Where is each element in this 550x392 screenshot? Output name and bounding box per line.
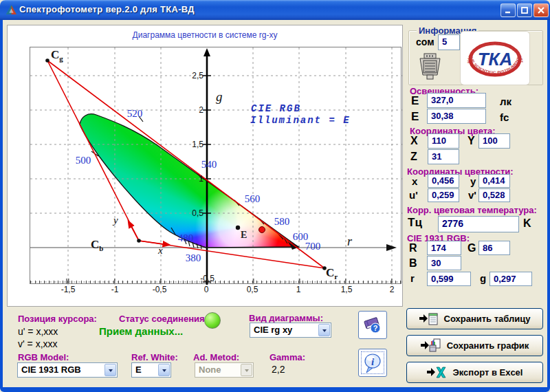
r-value-field[interactable]: 174 xyxy=(427,241,461,255)
y-tristimulus-label: Y xyxy=(468,135,475,147)
maximize-button[interactable] xyxy=(517,3,532,17)
r-axis-label: r xyxy=(347,235,353,248)
x-tick-label: 1,5 xyxy=(331,285,362,294)
illuminance-e-fc-label: E xyxy=(411,110,419,124)
ref-white-label: Ref. White: xyxy=(131,352,178,362)
x-axis-major-ticks xyxy=(30,279,402,283)
app-window: Спектрофотометр вер.2.0 для ТКА-ВД Диагр… xyxy=(0,0,550,392)
fc-unit: fc xyxy=(500,111,509,123)
x-tristimulus-label: X xyxy=(410,135,418,147)
tka-logo-image: ТКА НАУЧНО-ТЕХНИЧЕСКОЕ ПРЕДПРИЯТИЕ THE S… xyxy=(461,32,529,85)
cct-field[interactable]: 2776 xyxy=(438,216,519,232)
connection-status-label: Статус соединения: xyxy=(119,314,208,324)
cursor-position-label: Позиция курсора: xyxy=(18,314,97,324)
save-table-icon xyxy=(419,312,439,326)
u-prime-label: u' xyxy=(409,189,418,201)
ad-metod-label: Ad. Metod: xyxy=(193,352,239,362)
close-icon xyxy=(538,7,544,14)
window-border-bottom xyxy=(0,387,550,392)
y-tick-2: 2 xyxy=(199,105,204,115)
x-axis-label: x xyxy=(157,245,163,256)
app-icon xyxy=(6,4,17,16)
illuminance-lx-field[interactable]: 327,0 xyxy=(427,93,486,108)
window-border-left xyxy=(0,20,3,388)
focus-outline xyxy=(361,351,384,374)
cct-section-label: Корр. цветовая температура: xyxy=(407,205,537,215)
white-point-E xyxy=(236,226,240,230)
ref-white-select[interactable]: E xyxy=(131,362,171,378)
wavelength-380: 380 xyxy=(186,252,201,263)
vertex-cb-label: Cb xyxy=(91,238,103,252)
x-tick-label: 0 xyxy=(191,285,221,294)
y-tristimulus-field[interactable]: 100 xyxy=(478,133,510,149)
com-port-field[interactable]: 5 xyxy=(438,34,460,50)
kelvin-unit: K xyxy=(523,217,531,230)
chevron-down-icon[interactable] xyxy=(158,364,170,376)
r-chroma-field[interactable]: 0,599 xyxy=(427,272,471,286)
serial-connector-icon xyxy=(415,52,445,82)
chevron-down-icon[interactable] xyxy=(104,364,116,376)
cursor-v-value: v' = x,xxx xyxy=(18,338,58,349)
ref-white-value: E xyxy=(135,364,142,375)
x-chroma-field[interactable]: 0,456 xyxy=(428,174,459,188)
maximize-icon xyxy=(521,7,528,14)
rgb-model-value: CIE 1931 RGB xyxy=(21,364,81,375)
wavelength-700: 700 xyxy=(305,241,321,252)
ad-metod-select: None xyxy=(195,362,254,378)
r-chroma-label: r xyxy=(410,272,415,284)
close-button[interactable] xyxy=(534,3,549,17)
g-chroma-field[interactable]: 0,297 xyxy=(490,272,532,286)
x-tick-label: -0,5 xyxy=(144,285,175,294)
chevron-down-icon xyxy=(241,364,252,376)
v-prime-label: v' xyxy=(468,189,476,201)
chromaticity-plot[interactable]: g r x y Cg Cb Cr E 520 500 540 560 580 6… xyxy=(30,47,402,284)
info-button[interactable]: i xyxy=(358,349,387,377)
annotation-line2: Illuminant = E xyxy=(250,115,351,126)
lx-unit: лк xyxy=(500,96,512,107)
u-prime-field[interactable]: 0,259 xyxy=(428,188,459,202)
ad-metod-value: None xyxy=(199,364,221,375)
spectral-locus-outline xyxy=(80,114,300,250)
x-tristimulus-field[interactable]: 110 xyxy=(428,133,459,149)
help-button[interactable]: ? xyxy=(358,311,387,339)
chart-panel: Диаграмма цветности в системе rg-xy xyxy=(7,25,403,307)
help-book-icon: ? xyxy=(362,315,383,336)
wavelength-560: 560 xyxy=(245,193,261,204)
svg-text:?: ? xyxy=(373,324,378,332)
y-axis-label: y xyxy=(112,215,118,226)
save-graph-icon xyxy=(421,338,441,353)
g-value-field[interactable]: 86 xyxy=(478,241,510,255)
chevron-down-icon[interactable] xyxy=(318,324,330,336)
x-tick-label: -1 xyxy=(100,285,130,294)
y-chroma-field[interactable]: 0,414 xyxy=(478,174,510,188)
g-value-label: G xyxy=(468,242,476,254)
gamma-label: Gamma: xyxy=(270,352,305,362)
illuminance-fc-field[interactable]: 30,38 xyxy=(427,109,486,124)
x-chroma-label: x xyxy=(412,175,417,187)
window-title: Спектрофотометр вер.2.0 для ТКА-ВД xyxy=(19,4,195,14)
diagram-view-value: CIE rg xy xyxy=(254,325,292,335)
y-tick-1: 1 xyxy=(199,174,204,184)
titlebar[interactable]: Спектрофотометр вер.2.0 для ТКА-ВД xyxy=(0,0,550,20)
diagram-view-label: Вид диаграммы: xyxy=(249,313,323,323)
excel-icon xyxy=(427,367,448,379)
z-tristimulus-field[interactable]: 31 xyxy=(428,149,459,164)
annotation-line1: CIE RGB xyxy=(251,103,301,114)
save-table-button[interactable]: Сохранить таблицу xyxy=(406,308,543,329)
b-value-field[interactable]: 30 xyxy=(427,256,461,270)
window-border-right xyxy=(547,20,550,388)
diagram-view-select[interactable]: CIE rg xy xyxy=(250,323,331,338)
export-excel-label: Экспорт в Excel xyxy=(453,367,523,378)
rgb-model-select[interactable]: CIE 1931 RGB xyxy=(17,362,118,378)
wavelength-520: 520 xyxy=(127,108,143,119)
y-tick-1_5: 1,5 xyxy=(192,140,204,149)
status-message: Прием данных... xyxy=(99,325,183,337)
x-tick-label: 0,5 xyxy=(237,285,267,294)
export-excel-button[interactable]: Экспорт в Excel xyxy=(406,362,543,383)
y-tick-2_5: 2,5 xyxy=(192,71,204,80)
vertex-cg-label: Cg xyxy=(51,48,63,63)
measured-point xyxy=(259,227,265,233)
save-graph-button[interactable]: Сохранить график xyxy=(406,335,543,356)
minimize-button[interactable] xyxy=(500,3,516,17)
v-prime-field[interactable]: 0,528 xyxy=(478,188,510,202)
